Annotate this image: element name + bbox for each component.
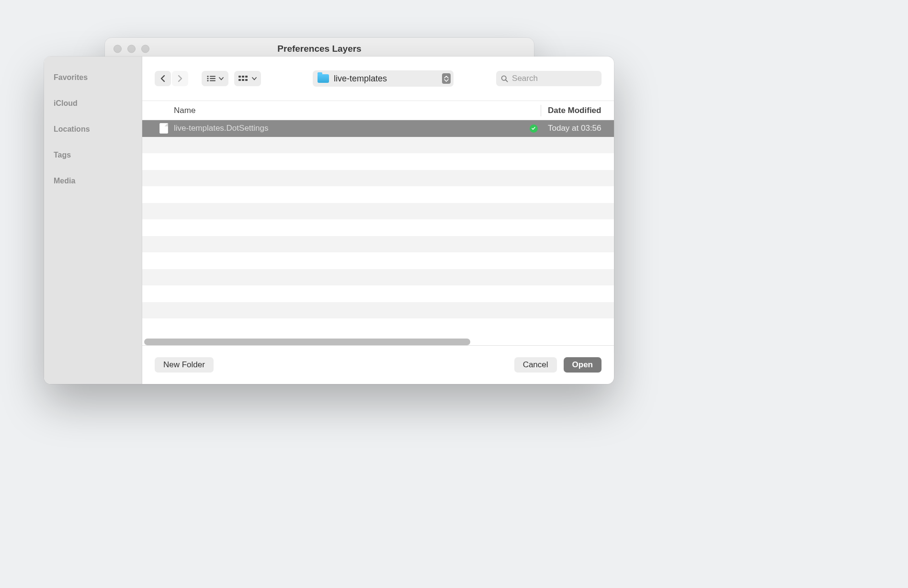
empty-row	[142, 285, 614, 302]
horizontal-scrollbar[interactable]	[144, 339, 470, 345]
svg-line-13	[506, 79, 508, 81]
file-row[interactable]: live-templates.DotSettingsToday at 03:56	[142, 120, 614, 137]
bottom-bar: New Folder Cancel Open	[142, 346, 614, 384]
forward-button[interactable]	[172, 71, 188, 86]
empty-row	[142, 302, 614, 319]
view-mode-button[interactable]	[202, 71, 228, 86]
svg-rect-7	[242, 76, 244, 78]
search-field[interactable]	[496, 71, 602, 86]
file-name: live-templates.DotSettings	[174, 124, 526, 133]
back-button[interactable]	[155, 71, 171, 86]
updown-caret-icon	[442, 73, 451, 84]
empty-row	[142, 170, 614, 187]
sync-status	[526, 124, 541, 133]
open-panel: Favorites iCloud Locations Tags Media	[44, 57, 614, 384]
column-date-modified[interactable]: Date Modified	[541, 106, 614, 115]
close-window-icon[interactable]	[114, 45, 122, 53]
sidebar-section-media[interactable]: Media	[44, 172, 142, 190]
search-input[interactable]	[512, 74, 597, 83]
column-name[interactable]: Name	[142, 106, 541, 115]
svg-rect-5	[210, 80, 216, 81]
traffic-lights[interactable]	[114, 45, 149, 53]
location-popup[interactable]: live-templates	[313, 70, 454, 87]
file-date-modified: Today at 03:56	[541, 124, 614, 133]
search-icon	[501, 75, 508, 83]
toolbar: live-templates	[142, 57, 614, 101]
empty-row	[142, 252, 614, 269]
empty-row	[142, 269, 614, 286]
chevron-down-icon	[252, 77, 257, 80]
current-folder-label: live-templates	[334, 74, 437, 84]
list-view-icon	[206, 75, 216, 82]
svg-point-4	[207, 80, 208, 81]
chevron-down-icon	[219, 77, 224, 80]
svg-rect-11	[245, 79, 248, 81]
svg-rect-3	[210, 78, 216, 79]
svg-point-0	[207, 76, 208, 77]
column-header: Name Date Modified	[142, 101, 614, 120]
window-title: Preferences Layers	[277, 44, 361, 54]
sidebar-section-icloud[interactable]: iCloud	[44, 95, 142, 112]
empty-row	[142, 236, 614, 253]
minimize-window-icon[interactable]	[127, 45, 136, 53]
svg-rect-9	[238, 79, 241, 81]
cancel-button[interactable]: Cancel	[514, 357, 557, 373]
group-icon	[238, 75, 249, 82]
checkmark-icon	[530, 124, 538, 133]
sidebar-section-tags[interactable]: Tags	[44, 147, 142, 164]
svg-point-2	[207, 78, 208, 79]
empty-row	[142, 153, 614, 170]
empty-row	[142, 186, 614, 203]
nav-group	[155, 71, 188, 86]
svg-rect-8	[245, 76, 248, 78]
group-by-button[interactable]	[234, 71, 261, 86]
svg-rect-10	[242, 79, 244, 81]
file-list[interactable]: live-templates.DotSettingsToday at 03:56	[142, 120, 614, 345]
empty-row	[142, 137, 614, 154]
zoom-window-icon[interactable]	[141, 45, 149, 53]
main-pane: live-templates Name	[142, 57, 614, 384]
document-icon	[159, 123, 168, 134]
empty-row	[142, 203, 614, 220]
sidebar-section-locations[interactable]: Locations	[44, 121, 142, 138]
empty-row	[142, 318, 614, 335]
open-button[interactable]: Open	[564, 357, 602, 373]
svg-rect-1	[210, 76, 216, 77]
new-folder-button[interactable]: New Folder	[155, 357, 214, 373]
sidebar: Favorites iCloud Locations Tags Media	[44, 57, 142, 384]
chevron-right-icon	[177, 75, 183, 82]
folder-icon	[318, 74, 329, 83]
file-icon-cell	[142, 123, 174, 134]
sidebar-section-favorites[interactable]: Favorites	[44, 69, 142, 86]
empty-row	[142, 219, 614, 236]
chevron-left-icon	[160, 75, 166, 82]
svg-rect-6	[238, 76, 241, 78]
